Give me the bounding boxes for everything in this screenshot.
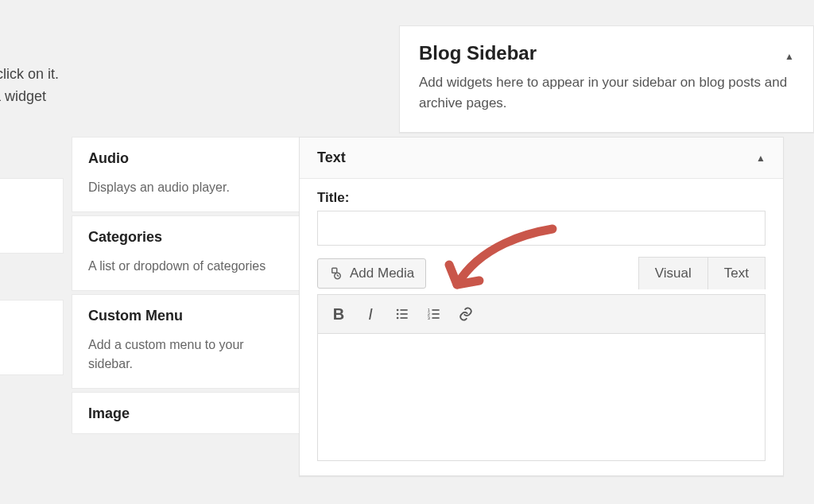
svg-text:3: 3	[428, 316, 430, 320]
svg-rect-0	[332, 268, 337, 273]
editor-mode-tabs: Visual Text	[638, 257, 766, 289]
widget-desc: Add a custom menu to your sidebar.	[72, 335, 301, 388]
widget-item-categories[interactable]: Categories A list or dropdown of categor…	[72, 215, 302, 291]
sidebar-area-blog-sidebar: Blog Sidebar ▲ Add widgets here to appea…	[399, 25, 814, 133]
add-media-button[interactable]: Add Media	[317, 258, 426, 289]
editor-toolbar: B I 1 2 3	[317, 294, 766, 334]
svg-rect-12	[432, 317, 440, 319]
widget-form-text: Text ▲ Title: Add Media Visual Text	[299, 137, 784, 476]
widget-title: Audio	[72, 138, 301, 178]
tab-visual[interactable]: Visual	[639, 258, 708, 289]
widget-desc: A list or dropdown of categories	[72, 257, 301, 290]
svg-rect-10	[432, 313, 440, 315]
widget-title: Custom Menu	[72, 295, 301, 335]
svg-rect-8	[432, 309, 440, 311]
sidebar-area-desc: Add widgets here to appear in your sideb…	[400, 72, 813, 132]
intro-text: o a sidebar or click on it. To deactivat…	[0, 64, 64, 130]
media-icon	[329, 266, 343, 281]
add-media-label: Add Media	[350, 266, 414, 281]
available-widgets-column: Audio Displays an audio player. Categori…	[72, 137, 302, 437]
widget-form-header[interactable]: Text ▲	[300, 138, 783, 179]
collapse-icon[interactable]: ▲	[756, 153, 766, 164]
italic-button[interactable]: I	[356, 300, 385, 328]
svg-point-3	[397, 313, 399, 316]
link-button[interactable]	[452, 300, 480, 328]
available-widgets-intro: o a sidebar or click on it. To deactivat…	[0, 64, 64, 378]
widget-item-cropped-2[interactable]: ts.	[0, 300, 64, 375]
widget-title-input[interactable]	[317, 211, 766, 246]
svg-point-5	[397, 317, 399, 320]
widget-desc: Displays an audio player.	[72, 178, 301, 211]
bold-button[interactable]: B	[324, 300, 353, 328]
widget-item-cropped-1[interactable]: e's	[0, 178, 64, 254]
bulleted-list-button[interactable]	[388, 300, 417, 328]
svg-rect-2	[401, 309, 408, 311]
sidebar-area-header[interactable]: Blog Sidebar ▲	[400, 26, 813, 72]
svg-rect-4	[401, 313, 408, 315]
svg-rect-6	[401, 317, 408, 319]
editor-content-area[interactable]	[317, 334, 766, 461]
title-label: Title:	[317, 190, 766, 206]
tab-text[interactable]: Text	[708, 258, 765, 289]
svg-point-1	[397, 309, 399, 312]
collapse-icon[interactable]: ▲	[785, 51, 794, 62]
sidebar-area-title: Blog Sidebar	[419, 42, 537, 64]
widget-item-custom-menu[interactable]: Custom Menu Add a custom menu to your si…	[72, 294, 302, 389]
widget-title: Categories	[72, 216, 301, 257]
numbered-list-button[interactable]: 1 2 3	[420, 300, 448, 328]
widget-title: Image	[72, 393, 301, 433]
widget-form-title: Text	[317, 149, 346, 166]
widget-item-image[interactable]: Image	[72, 392, 302, 434]
widget-item-audio[interactable]: Audio Displays an audio player.	[72, 137, 302, 212]
